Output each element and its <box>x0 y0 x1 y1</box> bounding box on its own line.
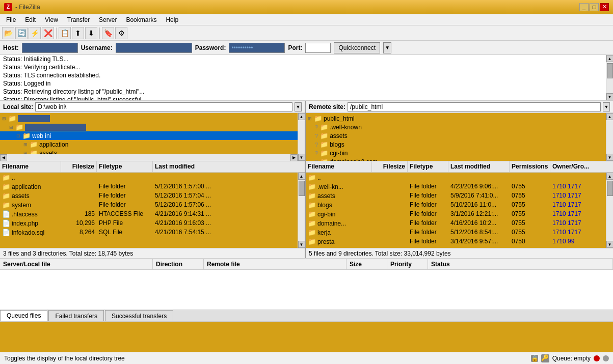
local-file-row[interactable]: 📄infokado.sql 8,264 SQL File 4/21/2016 7… <box>0 228 305 237</box>
remote-path-dropdown[interactable]: ▼ <box>603 102 610 111</box>
toolbar-btn-open[interactable]: 📂 <box>2 27 14 39</box>
quickconnect-button[interactable]: Quickconnect <box>334 42 380 53</box>
scroll-track[interactable] <box>606 62 614 93</box>
remote-tree-cgibin[interactable]: ? 📁 cgi-bin <box>306 149 613 157</box>
remote-col-perms[interactable]: Permissions <box>510 161 550 172</box>
toolbar-btn-3[interactable]: ⬆ <box>72 27 84 39</box>
host-input[interactable] <box>22 43 78 53</box>
remote-col-filename[interactable]: Filename <box>306 161 372 172</box>
tab-successful-transfers[interactable]: Successful transfers <box>105 310 173 321</box>
remote-cell-filetype: File folder <box>408 219 448 227</box>
scroll-htrack[interactable] <box>7 154 290 161</box>
tree-item-webini[interactable]: ⊟ 📁 web ini <box>0 131 305 140</box>
lf-scroll-down[interactable]: ▼ <box>298 241 305 248</box>
remote-file-vscroll[interactable]: ▲ ▼ <box>606 173 613 248</box>
t-scroll-track[interactable] <box>298 120 305 154</box>
menu-help[interactable]: Help <box>162 15 182 24</box>
rf-scroll-track[interactable] <box>606 180 614 241</box>
tab-queued-files[interactable]: Queued files <box>0 310 47 321</box>
remote-file-row[interactable]: 📁.well-kn... File folder 4/23/2016 9:06:… <box>306 182 613 191</box>
scroll-left-btn[interactable]: ◀ <box>0 154 7 161</box>
remote-file-row[interactable]: 📁kerja File folder 5/12/2016 8:54:... 07… <box>306 228 613 237</box>
t-scroll-up[interactable]: ▲ <box>298 113 305 120</box>
rf-scroll-thumb[interactable] <box>607 181 613 196</box>
maximize-button[interactable]: □ <box>590 3 599 11</box>
close-button[interactable]: ✕ <box>600 3 609 11</box>
tree-item-app[interactable]: ⊞ 📁 application <box>0 140 305 149</box>
toolbar-btn-connect[interactable]: ⚡ <box>29 27 41 39</box>
local-file-row[interactable]: 📁assets File folder 5/12/2016 1:57:04 ..… <box>0 191 305 200</box>
local-col-filesize[interactable]: Filesize <box>61 161 97 172</box>
remote-file-row[interactable]: 📁cgi-bin File folder 3/1/2016 12:21:... … <box>306 209 613 218</box>
scroll-thumb[interactable] <box>607 63 613 78</box>
menu-transfer[interactable]: Transfer <box>63 15 94 24</box>
local-tree-vscroll[interactable]: ▲ ▼ <box>298 113 305 161</box>
local-col-filetype[interactable]: Filetype <box>97 161 153 172</box>
rt-scroll-track[interactable] <box>606 120 614 154</box>
tree-expand-icon-3: ⊟ <box>16 133 21 138</box>
rf-scroll-up[interactable]: ▲ <box>606 173 614 180</box>
username-input[interactable] <box>116 43 192 53</box>
tab-failed-transfers[interactable]: Failed transfers <box>48 310 104 321</box>
tree-item-root2[interactable]: ⊞ 📁 <box>0 123 305 131</box>
remote-path-input[interactable] <box>348 102 601 111</box>
remote-tree-blogs[interactable]: ? 📁 blogs <box>306 140 613 149</box>
toolbar-btn-6[interactable]: ⚙ <box>115 27 127 39</box>
port-input[interactable] <box>305 43 331 53</box>
menu-view[interactable]: View <box>41 15 62 24</box>
remote-cell-owner <box>550 177 613 178</box>
toolbar-btn-5[interactable]: 🔖 <box>102 27 114 39</box>
remote-col-modified[interactable]: Last modified <box>448 161 510 172</box>
remote-col-filesize[interactable]: Filesize <box>372 161 408 172</box>
remote-tree-vscroll[interactable]: ▲ ▼ <box>606 113 613 161</box>
remote-file-row[interactable]: 📁assets File folder 5/9/2016 7:41:0... 0… <box>306 191 613 200</box>
minimize-button[interactable]: _ <box>579 3 589 11</box>
scroll-up-btn[interactable]: ▲ <box>606 55 614 62</box>
local-file-vscroll[interactable]: ▲ ▼ <box>298 173 305 248</box>
tree-item-root1[interactable]: ⊞ 📁 <box>0 114 305 123</box>
scroll-right-btn[interactable]: ▶ <box>290 154 298 161</box>
menu-edit[interactable]: Edit <box>21 15 40 24</box>
local-file-row[interactable]: 📄.htaccess 185 HTACCESS File 4/21/2016 9… <box>0 209 305 218</box>
remote-file-row[interactable]: 📁blogs File folder 5/10/2016 11:0... 075… <box>306 200 613 209</box>
toolbar-btn-refresh[interactable]: 🔄 <box>15 27 28 39</box>
status-log-scrollbar[interactable]: ▲ ▼ <box>606 55 613 100</box>
local-path-dropdown[interactable]: ▼ <box>295 102 302 111</box>
menu-file[interactable]: File <box>2 15 20 24</box>
rt-scroll-down[interactable]: ▼ <box>606 154 614 161</box>
toolbar-btn-disconnect[interactable]: ❌ <box>42 27 54 39</box>
rf-scroll-down[interactable]: ▼ <box>606 241 614 248</box>
remote-file-row[interactable]: 📁.. <box>306 173 613 182</box>
local-file-row[interactable]: 📁.. <box>0 173 305 182</box>
menu-bookmarks[interactable]: Bookmarks <box>122 15 161 24</box>
lf-scroll-thumb[interactable] <box>299 181 305 196</box>
lf-scroll-track[interactable] <box>298 180 305 241</box>
local-col-modified[interactable]: Last modified <box>153 161 305 172</box>
remote-tree-wellknown[interactable]: ? 📁 .well-known <box>306 123 613 131</box>
quickconnect-dropdown[interactable]: ▼ <box>383 42 391 53</box>
local-file-row[interactable]: 📄index.php 10,296 PHP File 4/21/2016 9:1… <box>0 218 305 228</box>
local-file-row[interactable]: 📁application File folder 5/12/2016 1:57:… <box>0 182 305 191</box>
rt-scroll-up[interactable]: ▲ <box>606 113 614 120</box>
local-tree-hscroll[interactable]: ◀ ▶ <box>0 154 298 161</box>
remote-tree-root[interactable]: ⊞ 📁 public_html <box>306 114 613 123</box>
local-col-filename[interactable]: Filename <box>0 161 61 172</box>
toolbar-btn-2[interactable]: 📋 <box>59 27 71 39</box>
remote-col-owner[interactable]: Owner/Gro... <box>550 161 613 172</box>
remote-tree-assets[interactable]: ? 📁 assets <box>306 131 613 140</box>
local-path-input[interactable] <box>35 102 292 111</box>
menu-server[interactable]: Server <box>95 15 121 24</box>
lf-scroll-up[interactable]: ▲ <box>298 173 305 180</box>
remote-file-row[interactable]: 📁presta File folder 3/14/2016 9:57:... 0… <box>306 237 613 246</box>
t-scroll-down[interactable]: ▼ <box>298 154 305 161</box>
password-input[interactable] <box>229 43 285 53</box>
local-file-row[interactable]: 📁system File folder 5/12/2016 1:57:06 ..… <box>0 200 305 209</box>
scroll-down-btn[interactable]: ▼ <box>606 93 614 100</box>
queue-col-size: Size <box>347 259 387 269</box>
tree-label-app: application <box>39 141 68 148</box>
toolbar-btn-4[interactable]: ⬇ <box>85 27 97 39</box>
remote-tree-blogs-label: blogs <box>330 141 344 148</box>
remote-file-row[interactable]: 📁domaine... File folder 4/16/2016 10:2..… <box>306 218 613 228</box>
remote-tree-domain[interactable]: ? 📁 domainesia2.com <box>306 157 613 161</box>
remote-col-filetype[interactable]: Filetype <box>408 161 448 172</box>
